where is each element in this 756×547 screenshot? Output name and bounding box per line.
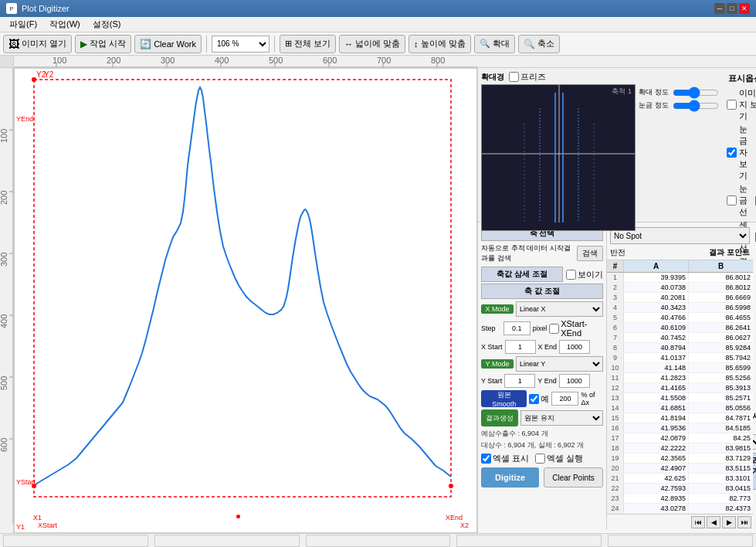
table-row[interactable]: 2443.027882.4373 <box>607 504 753 514</box>
table-row[interactable]: 1541.819484.7871 <box>607 413 753 423</box>
smooth-value-input[interactable] <box>551 392 578 406</box>
x-range-row: X Start X End <box>481 340 603 354</box>
row-a: 41.6851 <box>624 403 689 413</box>
maximize-button[interactable]: □ <box>727 3 737 14</box>
mag-level-slider[interactable] <box>673 88 719 97</box>
y-end-input[interactable] <box>559 374 590 388</box>
table-row[interactable]: 2142.62583.3101 <box>607 474 753 484</box>
fit-width-button[interactable]: ↔ 넓이에 맞춤 <box>339 35 405 53</box>
generate-button[interactable]: 결과생성 <box>481 409 518 426</box>
view-all-button[interactable]: ⊞ 전체 보기 <box>280 35 336 53</box>
excel-show-checkbox[interactable] <box>481 454 491 464</box>
toggle-label: 반전 <box>610 247 625 258</box>
table-row[interactable]: 240.073886.8012 <box>607 283 753 293</box>
clear-points-button[interactable]: Clear Points <box>544 467 603 488</box>
x-mode-select[interactable]: Linear X Log X <box>516 301 603 317</box>
freeze-checkbox[interactable] <box>509 72 519 82</box>
zoom-out-button[interactable]: 🔍 축소 <box>518 35 560 53</box>
prev-page-button[interactable]: ◀ <box>707 516 720 528</box>
search-button[interactable]: 검색 <box>577 246 603 261</box>
table-row[interactable]: 2042.490783.5115 <box>607 464 753 474</box>
display-option-checkbox-0[interactable] <box>727 100 737 110</box>
row-b: 83.9815 <box>689 443 753 453</box>
display-option-checkbox-2[interactable] <box>727 195 737 206</box>
table-row[interactable]: 640.610986.2641 <box>607 323 753 333</box>
row-b: 82.4373 <box>689 504 753 513</box>
first-page-button[interactable]: ⏮ <box>691 516 705 528</box>
table-row[interactable]: 1341.550885.2571 <box>607 393 753 403</box>
next-page-button[interactable]: ▶ <box>722 516 736 528</box>
row-a: 42.2222 <box>624 443 689 453</box>
row-b: 85.6599 <box>689 363 753 372</box>
excel-show-label[interactable]: 엑셀 표시 <box>481 453 529 464</box>
table-row[interactable]: 740.745286.0627 <box>607 333 753 343</box>
menu-settings[interactable]: 설정(S) <box>86 17 127 32</box>
table-row[interactable]: 1641.953684.5185 <box>607 423 753 433</box>
x-end-input[interactable] <box>559 340 590 354</box>
x2-label: X2 <box>460 522 469 529</box>
table-row[interactable]: 2242.759383.0415 <box>607 484 753 494</box>
digitize-button[interactable]: Digitize <box>481 467 539 488</box>
show-checkbox[interactable] <box>566 270 576 280</box>
start-work-button[interactable]: ▶ 작업 시작 <box>75 35 131 53</box>
minimize-button[interactable]: ─ <box>714 3 725 14</box>
x-start-input[interactable] <box>505 340 536 354</box>
table-row[interactable]: 1041.14885.6599 <box>607 363 753 373</box>
open-image-button[interactable]: 🖼 이미지 열기 <box>3 35 72 53</box>
y-start-input[interactable] <box>504 374 535 388</box>
zoom-select[interactable]: 106 % 50 % 75 % 100 % 125 % 150 % 200 % <box>212 36 270 53</box>
smooth-button[interactable]: 원본 Smooth <box>481 390 527 407</box>
menu-file[interactable]: 파일(F) <box>3 17 43 32</box>
table-row[interactable]: 840.879485.9284 <box>607 343 753 353</box>
table-row[interactable]: 340.208186.6669 <box>607 293 753 303</box>
y2-text: Y2 <box>44 70 53 79</box>
toolbar: 🖼 이미지 열기 ▶ 작업 시작 🔄 Clear Work 106 % 50 %… <box>0 32 756 56</box>
table-row[interactable]: 440.342386.5998 <box>607 303 753 313</box>
table-row[interactable]: 1942.356583.7129 <box>607 454 753 464</box>
controls-column: 축 선택 자동으로 추적 데이터 시작결과를 검색 검색 축값 삼세 조절 보이… <box>481 226 603 530</box>
fit-height-button[interactable]: ↕ 높이에 맞춤 <box>409 35 471 53</box>
menu-work[interactable]: 작업(W) <box>43 17 86 32</box>
row-b: 83.7129 <box>689 454 753 463</box>
y-mode-select[interactable]: Linear Y Log Y <box>516 356 603 372</box>
step-input[interactable] <box>503 321 531 335</box>
table-row[interactable]: 1842.222283.9815 <box>607 443 753 454</box>
generate-select[interactable]: 원본 유지 보간 <box>520 410 603 426</box>
fineness-slider[interactable] <box>673 101 719 110</box>
show-checkbox-label[interactable]: 보이기 <box>566 269 603 280</box>
table-label: 결과 포인트 <box>709 247 750 258</box>
x-range-checkbox[interactable] <box>549 324 559 334</box>
table-row[interactable]: 1141.282385.5256 <box>607 373 753 383</box>
excel-run-checkbox[interactable] <box>535 454 545 464</box>
table-row[interactable]: 1441.685185.0556 <box>607 403 753 413</box>
row-a: 40.0738 <box>624 283 689 292</box>
table-row[interactable]: 941.013785.7942 <box>607 353 753 363</box>
row-num: 14 <box>607 403 624 413</box>
zoom-in-button[interactable]: 🔍 확대 <box>474 35 515 53</box>
smooth-checkbox-label[interactable]: 예 <box>529 393 549 405</box>
row-b: 86.0627 <box>689 333 753 342</box>
table-row[interactable]: 2342.893582.773 <box>607 494 753 504</box>
clear-work-button[interactable]: 🔄 Clear Work <box>134 35 202 53</box>
yend-label: YEnd <box>16 115 33 123</box>
display-options-section: 표시옵션 이미지 보기눈금자 보기눈금선센터선결과포인트 조회그래프 외각선 결… <box>724 71 756 219</box>
plot-svg <box>15 69 463 525</box>
plot-canvas[interactable]: Y2 Y2 YEnd YStart Y1 X1 XStart XEnd X2 <box>14 68 477 533</box>
toolbar-separator-1 <box>206 36 207 53</box>
x-range-label[interactable]: XStart-XEnd <box>549 319 603 338</box>
table-row[interactable]: 139.939586.8012 <box>607 273 753 283</box>
clear-icon: 🔄 <box>140 39 151 49</box>
table-row[interactable]: 1742.087984.25 <box>607 433 753 443</box>
freeze-checkbox-label[interactable]: 프리즈 <box>509 71 546 83</box>
last-page-button[interactable]: ⏭ <box>737 516 751 528</box>
close-button[interactable]: ✕ <box>739 3 750 14</box>
smooth-checkbox[interactable] <box>529 394 539 404</box>
zoom-out-icon: 🔍 <box>524 39 535 49</box>
table-row[interactable]: 1241.416585.3913 <box>607 383 753 393</box>
table-row[interactable]: 540.476686.4655 <box>607 313 753 323</box>
display-option-checkbox-1[interactable] <box>727 148 737 158</box>
svg-text:700: 700 <box>377 56 391 65</box>
excel-run-label[interactable]: 엑셀 실행 <box>535 453 583 464</box>
xend-label: XEnd <box>446 514 463 522</box>
row-a: 43.0278 <box>624 504 689 513</box>
